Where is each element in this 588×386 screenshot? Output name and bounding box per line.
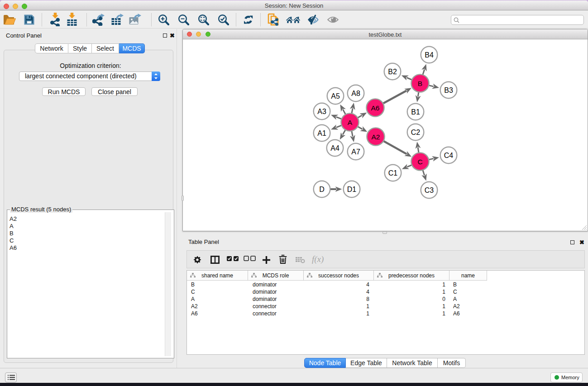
svg-text:D1: D1 [347,186,357,193]
svg-text:A6: A6 [371,104,380,112]
svg-text:A7: A7 [351,148,360,156]
svg-text:C1: C1 [388,169,398,177]
svg-text:C: C [417,158,422,166]
svg-text:B2: B2 [388,68,397,76]
svg-text:B3: B3 [444,86,453,94]
svg-text:B1: B1 [411,108,420,116]
svg-text:A: A [348,119,353,126]
svg-text:B: B [418,80,422,87]
svg-text:C2: C2 [411,129,421,136]
svg-text:D: D [319,186,325,193]
svg-text:A3: A3 [317,108,326,115]
svg-text:C3: C3 [425,186,434,194]
svg-text:C4: C4 [444,152,454,159]
svg-text:A4: A4 [330,144,339,152]
svg-text:A2: A2 [372,133,380,141]
svg-text:A5: A5 [331,92,340,100]
svg-text:A1: A1 [317,129,326,137]
svg-text:A8: A8 [351,90,360,97]
svg-text:B4: B4 [425,51,434,59]
